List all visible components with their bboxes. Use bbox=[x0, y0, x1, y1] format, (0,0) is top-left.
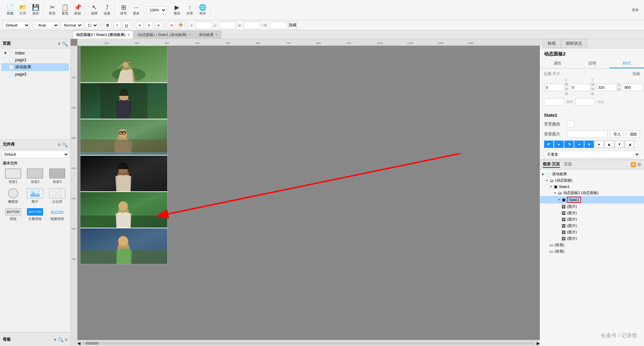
font-select[interactable]: Arial bbox=[35, 22, 59, 29]
fill-mc[interactable]: ■ bbox=[584, 141, 594, 148]
comp-btn-default[interactable]: BUTTON 按钮 bbox=[3, 207, 24, 223]
layers-tab-outline[interactable]: 概要·页面 bbox=[543, 161, 560, 168]
w-pos-input[interactable] bbox=[597, 84, 617, 91]
pages-add-icon[interactable]: + bbox=[58, 41, 61, 46]
tab-2-close[interactable]: × bbox=[216, 33, 218, 37]
layer-img-5[interactable]: 🖼 (图片) bbox=[540, 229, 644, 235]
comp-rect2[interactable]: 矩形2 bbox=[25, 167, 46, 186]
align-center-btn[interactable]: ≡ bbox=[145, 22, 153, 29]
underline-btn[interactable]: U bbox=[123, 22, 130, 29]
share-btn[interactable]: ↑ 共享 bbox=[184, 2, 196, 18]
layer-img-2[interactable]: 🖼 (图片) bbox=[540, 210, 644, 216]
master-search-icon[interactable]: 🔍 bbox=[58, 337, 64, 342]
canvas-content[interactable] bbox=[77, 46, 540, 340]
fill-br[interactable]: ◢ bbox=[625, 141, 634, 148]
y-input[interactable] bbox=[219, 22, 236, 29]
bg-color-picker[interactable] bbox=[567, 120, 574, 128]
layer-dp2[interactable]: ▼ 🗂 动态面板2 (动态面板) bbox=[540, 190, 644, 196]
font-color-btn[interactable]: A bbox=[168, 22, 175, 29]
layer-img-6[interactable]: 🖼 (图片) bbox=[540, 235, 644, 242]
x-input[interactable] bbox=[195, 22, 212, 29]
bg-image-input[interactable] bbox=[567, 130, 608, 138]
publish-btn[interactable]: 🌐 发布 bbox=[196, 2, 209, 18]
arrange-btn[interactable]: ⊞ 排号 bbox=[117, 2, 130, 18]
rotation-input[interactable] bbox=[544, 98, 564, 106]
save-btn[interactable]: 💾 保存 bbox=[30, 2, 42, 18]
layer-rect-2[interactable]: ▭ (矩形) bbox=[540, 248, 644, 255]
text-input[interactable] bbox=[575, 98, 595, 106]
layer-rect-1[interactable]: ▭ (矩形) bbox=[540, 242, 644, 248]
rpanel-tab-style[interactable]: 样式 bbox=[609, 59, 644, 68]
tab-2[interactable]: 滚动效果 × bbox=[195, 31, 221, 39]
font-size-select[interactable]: 13 12 14 bbox=[85, 22, 98, 29]
copy-btn[interactable]: 📋 复制 bbox=[59, 2, 71, 18]
pages-search-icon[interactable]: 🔍 bbox=[62, 41, 68, 46]
x-pos-input[interactable] bbox=[544, 84, 564, 91]
comp-rect3[interactable]: 矩形3 bbox=[47, 167, 68, 186]
tab-1-close[interactable]: × bbox=[189, 33, 191, 37]
comp-image[interactable]: 图片 bbox=[25, 187, 46, 205]
scroll-thumb[interactable] bbox=[85, 342, 99, 345]
h-pos-input[interactable] bbox=[623, 84, 643, 91]
style-normal-select[interactable]: Normal bbox=[61, 22, 83, 29]
tab-1[interactable]: (动态面板) / State1 (滚动效果) × bbox=[134, 31, 195, 39]
more-btn[interactable]: ··· 更多 bbox=[130, 2, 142, 18]
master-add-icon[interactable]: + bbox=[54, 337, 57, 342]
h-input[interactable] bbox=[270, 22, 287, 29]
layers-filter-icon[interactable]: 🔽 bbox=[631, 162, 636, 167]
select-btn[interactable]: ↖ 选择 bbox=[88, 2, 100, 18]
connect-btn[interactable]: ⤴ 连接 bbox=[101, 2, 113, 18]
comp-placeholder[interactable]: 占位符 bbox=[47, 187, 68, 205]
fill-tc[interactable]: ▲ bbox=[554, 141, 564, 148]
layer-state1-selected[interactable]: ▼ ▣ State1 bbox=[540, 196, 644, 203]
clear-btn[interactable]: 清除 bbox=[627, 130, 640, 138]
canvas-scrollbar[interactable]: ◀ ▶ bbox=[77, 340, 540, 346]
comp-menu-icon[interactable]: ≡ bbox=[58, 142, 61, 147]
repeat-select[interactable]: 不重复 bbox=[544, 151, 640, 158]
new-btn[interactable]: 📄 新建 bbox=[4, 2, 16, 18]
fill-bc[interactable]: ▼ bbox=[615, 141, 624, 148]
hidden-btn[interactable]: 隐藏 bbox=[289, 22, 297, 29]
w-input[interactable] bbox=[244, 22, 260, 29]
tab-0[interactable]: 动态面板2 / State1 (滚动效果) × bbox=[72, 31, 133, 39]
layer-img-3[interactable]: 🖼 (图片) bbox=[540, 216, 644, 223]
filter-select[interactable]: Default bbox=[1, 151, 69, 158]
layer-dynamic-panel[interactable]: ▼ 🗂 (动态面板) bbox=[540, 177, 644, 184]
fill-mr[interactable]: ► bbox=[595, 141, 604, 148]
rpanel-tab-props[interactable]: 属性 bbox=[540, 59, 575, 68]
layer-img-1[interactable]: 🖼 (图片) bbox=[540, 203, 644, 210]
open-btn[interactable]: 📂 打开 bbox=[17, 2, 29, 18]
import-btn[interactable]: 导入 bbox=[610, 130, 624, 138]
zoom-select[interactable]: 100% 75% 50% 150% 200% bbox=[147, 6, 167, 14]
y-pos-input[interactable] bbox=[570, 84, 591, 91]
comp-btn-primary[interactable]: BUTTON 主要按钮 bbox=[25, 207, 46, 223]
page-item-index[interactable]: ▼ 📄 index bbox=[1, 50, 69, 56]
right-tab-inspect[interactable]: 检视 bbox=[543, 39, 561, 48]
canvas-area[interactable]: 100 200 300 400 500 600 700 800 900 1000… bbox=[71, 39, 540, 346]
style-select[interactable]: Default bbox=[3, 22, 30, 29]
login-btn[interactable]: 登录 bbox=[629, 2, 641, 18]
fill-tr[interactable]: ◥ bbox=[564, 141, 574, 148]
comp-circle[interactable]: 椭圆形 bbox=[3, 187, 24, 205]
layer-scroll-page[interactable]: ▶ 📄 滚动效果 bbox=[540, 171, 644, 177]
scroll-track[interactable] bbox=[82, 342, 535, 345]
cut-btn[interactable]: ✂ 剪切 bbox=[46, 2, 58, 18]
page-item-page3[interactable]: 📄 page3 bbox=[1, 71, 69, 78]
page-item-scroll[interactable]: 📄 滚动效果 bbox=[1, 63, 69, 71]
layers-settings-icon[interactable]: ⚙ bbox=[637, 162, 641, 167]
scroll-left-btn[interactable]: ◀ bbox=[77, 341, 80, 346]
comp-search-icon[interactable]: 🔍 bbox=[62, 142, 68, 147]
preview-btn[interactable]: ▶ 预览 bbox=[171, 2, 183, 18]
master-menu-icon[interactable]: ≡ bbox=[65, 337, 68, 342]
tab-0-close[interactable]: × bbox=[128, 33, 130, 37]
italic-btn[interactable]: I bbox=[113, 22, 121, 29]
bold-btn[interactable]: B bbox=[104, 22, 111, 29]
fill-bl[interactable]: ◣ bbox=[605, 141, 614, 148]
fill-ml[interactable]: ◄ bbox=[574, 141, 584, 148]
align-left-btn[interactable]: ≡ bbox=[136, 22, 143, 29]
fill-color-btn[interactable]: 🎨 bbox=[177, 22, 185, 29]
rpanel-tab-desc[interactable]: 说明 bbox=[575, 59, 609, 68]
layer-state1-l2[interactable]: ▼ ▣ State1 bbox=[540, 184, 644, 190]
layer-img-4[interactable]: 🖼 (图片) bbox=[540, 223, 644, 229]
comp-rect1[interactable]: 矩形1 bbox=[3, 167, 24, 186]
